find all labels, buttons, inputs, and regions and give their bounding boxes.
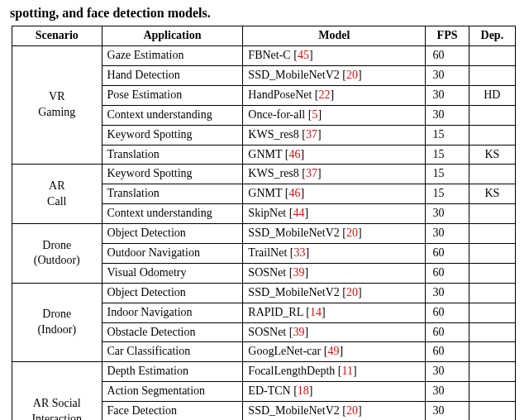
- scenario-cell: ARCall: [12, 165, 102, 224]
- model-name: TrailNet: [248, 246, 287, 259]
- model-ref: 44: [293, 207, 304, 219]
- model-name: SkipNet: [248, 207, 286, 219]
- application-cell: Object Detection: [102, 283, 243, 303]
- model-ref: 46: [289, 187, 301, 199]
- model-ref: 20: [346, 286, 358, 298]
- dep-cell: [469, 402, 515, 420]
- model-cell: SSD_MobileNetV2 [20]: [243, 283, 426, 303]
- application-cell: Pose Estimation: [102, 85, 243, 105]
- table-row: Drone(Indoor)Object DetectionSSD_MobileN…: [12, 283, 516, 303]
- scenario-line: (Outdoor): [34, 254, 80, 266]
- application-cell: Keyword Spotting: [102, 165, 243, 184]
- dep-cell: KS: [469, 184, 515, 204]
- model-ref: 5: [312, 108, 317, 121]
- application-cell: Context understanding: [102, 204, 243, 224]
- application-cell: Hand Detection: [102, 65, 243, 85]
- model-ref: 14: [310, 306, 322, 318]
- dep-cell: [469, 263, 515, 283]
- application-cell: Gaze Estimation: [102, 46, 243, 66]
- application-cell: Keyword Spotting: [102, 125, 243, 145]
- model-ref: 46: [289, 148, 301, 160]
- fps-cell: 60: [426, 322, 469, 342]
- col-header-dep: Dep.: [469, 26, 515, 46]
- fps-cell: 30: [426, 382, 469, 402]
- scenario-line: Drone: [42, 308, 71, 320]
- model-name: SOSNet: [248, 326, 286, 338]
- fps-cell: 30: [426, 105, 469, 125]
- model-ref: 11: [342, 365, 353, 377]
- model-cell: GNMT [46]: [243, 184, 426, 204]
- model-ref: 45: [298, 49, 309, 61]
- model-cell: FBNet-C [45]: [243, 46, 426, 66]
- application-cell: Car Classification: [102, 342, 243, 362]
- application-cell: Object Detection: [102, 224, 243, 244]
- model-cell: HandPoseNet [22]: [243, 85, 426, 105]
- dep-cell: [469, 204, 515, 224]
- fps-cell: 60: [426, 342, 469, 362]
- model-cell: RAPID_RL [14]: [243, 303, 426, 322]
- application-cell: Depth Estimation: [102, 362, 243, 382]
- dep-cell: [469, 125, 515, 145]
- dep-cell: KS: [469, 145, 515, 165]
- fps-cell: 30: [426, 362, 469, 382]
- scenarios-table: Scenario Application Model FPS Dep. VRGa…: [12, 26, 516, 420]
- dep-cell: [469, 224, 515, 244]
- dep-cell: [469, 243, 515, 263]
- scenario-line: AR Social: [33, 397, 81, 409]
- fps-cell: 30: [426, 65, 469, 85]
- col-header-scenario: Scenario: [12, 26, 102, 46]
- col-header-model: Model: [243, 26, 426, 46]
- scenario-cell: Drone(Indoor): [12, 283, 102, 362]
- fps-cell: 60: [426, 263, 469, 283]
- model-cell: KWS_res8 [37]: [243, 125, 426, 145]
- table-row: VRGamingGaze EstimationFBNet-C [45]60: [12, 46, 516, 66]
- model-name: SSD_MobileNetV2: [248, 69, 339, 81]
- model-ref: 49: [327, 345, 339, 357]
- model-ref: 37: [306, 128, 317, 141]
- model-cell: SkipNet [44]: [243, 204, 426, 224]
- application-cell: Context understanding: [102, 105, 243, 125]
- col-header-fps: FPS: [426, 26, 469, 46]
- col-header-application: Application: [102, 26, 243, 46]
- model-cell: Once-for-all [5]: [243, 105, 426, 125]
- table-row: Drone(Outdoor)Object DetectionSSD_Mobile…: [12, 224, 516, 244]
- fps-cell: 30: [426, 224, 469, 244]
- model-name: KWS_res8: [248, 167, 298, 179]
- model-name: Once-for-all: [248, 108, 305, 121]
- model-cell: SOSNet [39]: [243, 322, 426, 342]
- scenario-line: Drone: [42, 239, 71, 251]
- fps-cell: 60: [426, 46, 469, 66]
- dep-cell: [469, 382, 515, 402]
- fps-cell: 15: [426, 165, 469, 184]
- model-ref: 20: [346, 227, 358, 239]
- model-name: GNMT: [248, 187, 282, 199]
- model-ref: 20: [346, 69, 358, 81]
- model-cell: SOSNet [39]: [243, 263, 426, 283]
- application-cell: Visual Odometry: [102, 263, 243, 283]
- scenario-line: Gaming: [38, 106, 75, 118]
- model-ref: 39: [293, 266, 304, 279]
- model-cell: ED-TCN [18]: [243, 382, 426, 402]
- fps-cell: 30: [426, 283, 469, 303]
- model-cell: SSD_MobileNetV2 [20]: [243, 65, 426, 85]
- dep-cell: [469, 105, 515, 125]
- model-ref: 37: [306, 167, 317, 179]
- scenario-line: Call: [47, 195, 66, 208]
- fps-cell: 15: [426, 145, 469, 165]
- table-body: VRGamingGaze EstimationFBNet-C [45]60Han…: [12, 46, 516, 420]
- application-cell: Outdoor Navigation: [102, 243, 243, 263]
- model-ref: 39: [293, 326, 304, 338]
- scenario-line: AR: [49, 179, 64, 192]
- dep-cell: [469, 165, 515, 184]
- model-name: SSD_MobileNetV2: [248, 286, 339, 298]
- dep-cell: [469, 46, 515, 66]
- model-name: SOSNet: [248, 266, 286, 279]
- model-name: RAPID_RL: [248, 306, 303, 318]
- model-name: SSD_MobileNetV2: [248, 227, 339, 239]
- model-cell: TrailNet [33]: [243, 243, 426, 263]
- table-caption-fragment: spotting, and face detection models.: [10, 5, 521, 21]
- fps-cell: 30: [426, 85, 469, 105]
- model-cell: SSD_MobileNetV2 [20]: [243, 402, 426, 420]
- model-name: FocalLengthDepth: [248, 365, 335, 377]
- model-name: HandPoseNet: [248, 88, 312, 101]
